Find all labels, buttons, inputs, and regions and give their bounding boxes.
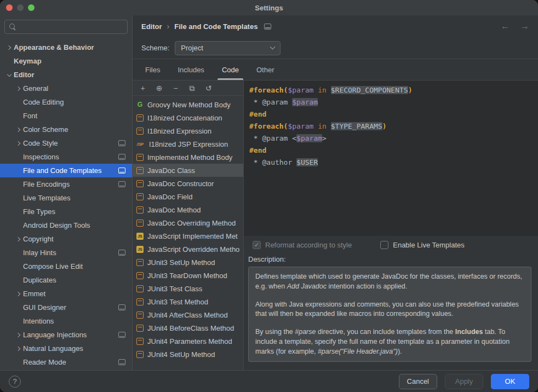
chevron-right-icon[interactable] <box>14 238 23 241</box>
template-item-junit3-setup-method[interactable]: JUnit3 SetUp Method <box>133 256 243 269</box>
help-icon: ? <box>13 377 16 385</box>
description-paragraph: By using the #parse directive, you can i… <box>255 327 524 356</box>
sidebar-item-code-editing[interactable]: Code Editing <box>0 95 132 109</box>
sidebar-item-appearance-behavior[interactable]: Appearance & Behavior <box>0 41 132 54</box>
sidebar-item-compose-live-edit[interactable]: Compose Live Edit <box>0 260 132 273</box>
code-line: * @author $USER <box>249 157 533 169</box>
template-item-junit4-afterclass-method[interactable]: JUnit4 AfterClass Method <box>133 308 243 321</box>
template-file-icon <box>136 154 144 161</box>
live-templates-option[interactable]: Enable Live Templates <box>380 241 465 249</box>
live-templates-checkbox[interactable] <box>380 241 388 249</box>
search-input[interactable] <box>20 23 123 31</box>
chevron-right-icon[interactable] <box>14 333 23 337</box>
chevron-right-icon[interactable] <box>14 347 23 350</box>
template-item-junit4-setup-method[interactable]: JUnit4 SetUp Method <box>133 348 243 361</box>
template-item-javadoc-class[interactable]: JavaDoc Class <box>133 164 243 177</box>
sidebar-item-file-encodings[interactable]: File Encodings <box>0 177 132 191</box>
breadcrumb-editor[interactable]: Editor <box>141 22 162 31</box>
create-from-copy-icon[interactable]: ⊕ <box>155 84 163 92</box>
zoom-window-button[interactable] <box>28 4 35 11</box>
scheme-dropdown[interactable]: Project <box>175 41 281 55</box>
sidebar-item-file-and-code-templates[interactable]: File and Code Templates <box>0 164 132 177</box>
sidebar-item-intentions[interactable]: Intentions <box>0 314 132 328</box>
sidebar-item-keymap[interactable]: Keymap <box>0 54 132 68</box>
chevron-down-icon[interactable] <box>4 74 14 76</box>
template-item-junit4-beforeclass-method[interactable]: JUnit4 BeforeClass Method <box>133 321 243 335</box>
template-item-groovy-new-method-body[interactable]: GGroovy New Method Body <box>133 98 243 111</box>
template-item-label: I18nized Concatenation <box>147 114 222 122</box>
help-button[interactable]: ? <box>9 376 21 388</box>
template-item-label: JavaDoc Field <box>147 193 192 201</box>
template-item-javascript-implemented-met[interactable]: JSJavaScript Implemented Met <box>133 229 243 243</box>
template-item-label: JavaScript Overridden Metho <box>147 245 239 253</box>
sidebar-item-emmet[interactable]: Emmet <box>0 287 132 301</box>
chevron-right-icon[interactable] <box>14 87 23 90</box>
template-item-i18nized-concatenation[interactable]: I18nized Concatenation <box>133 111 243 124</box>
template-toolbar: +⊕−⧉↺ <box>133 80 243 96</box>
template-item-junit3-test-method[interactable]: JUnit3 Test Method <box>133 295 243 308</box>
template-item-javadoc-field[interactable]: JavaDoc Field <box>133 190 243 203</box>
chevron-right-icon[interactable] <box>14 292 23 296</box>
template-item-i18nized-jsp-expression[interactable]: JSPI18nized JSP Expression <box>133 137 243 151</box>
sidebar-item-language-injections[interactable]: Language Injections <box>0 328 132 342</box>
template-item-junit3-teardown-method[interactable]: JUnit3 TearDown Method <box>133 269 243 282</box>
sidebar-item-label: Android Design Tools <box>23 221 132 229</box>
template-item-javadoc-overriding-method[interactable]: JavaDoc Overriding Method <box>133 216 243 229</box>
per-project-settings-icon <box>118 359 125 365</box>
template-item-implemented-method-body[interactable]: Implemented Method Body <box>133 151 243 164</box>
sidebar-item-duplicates[interactable]: Duplicates <box>0 273 132 287</box>
remove-icon[interactable]: − <box>171 84 180 92</box>
template-item-javadoc-method[interactable]: JavaDoc Method <box>133 203 243 216</box>
sidebar-item-label: Natural Languages <box>23 344 132 353</box>
minimize-window-button <box>17 4 24 11</box>
settings-search[interactable] <box>4 20 128 34</box>
tab-files[interactable]: Files <box>138 59 167 80</box>
back-icon[interactable]: ← <box>501 21 510 31</box>
sidebar-item-live-templates[interactable]: Live Templates <box>0 191 132 205</box>
close-window-button[interactable] <box>6 4 13 11</box>
template-file-icon <box>136 351 144 358</box>
duplicate-icon[interactable]: ⧉ <box>188 84 196 92</box>
code-line: * @param <$param> <box>249 132 533 145</box>
chevron-right-icon[interactable] <box>14 142 23 145</box>
sidebar-item-font[interactable]: Font <box>0 109 132 123</box>
sidebar-item-copyright[interactable]: Copyright <box>0 232 132 246</box>
template-editor[interactable]: #foreach($param in $RECORD_COMPONENTS) *… <box>244 80 538 236</box>
cancel-button[interactable]: Cancel <box>399 374 437 389</box>
scheme-value: Project <box>181 44 203 52</box>
code-line: #foreach($param in $RECORD_COMPONENTS) <box>249 84 533 96</box>
template-item-i18nized-expression[interactable]: I18nized Expression <box>133 124 243 137</box>
template-item-javadoc-constructor[interactable]: JavaDoc Constructor <box>133 177 243 190</box>
reset-to-default-icon[interactable]: ↺ <box>204 84 213 92</box>
sidebar-item-general[interactable]: General <box>0 82 132 95</box>
sidebar-item-reader-mode[interactable]: Reader Mode <box>0 355 132 369</box>
sidebar-item-color-scheme[interactable]: Color Scheme <box>0 123 132 136</box>
sidebar-item-gui-designer[interactable]: GUI Designer <box>0 301 132 314</box>
sidebar-item-label: Language Injections <box>23 331 118 339</box>
sidebar-item-inlay-hints[interactable]: Inlay Hints <box>0 246 132 260</box>
sidebar-item-android-design-tools[interactable]: Android Design Tools <box>0 218 132 232</box>
sidebar-item-natural-languages[interactable]: Natural Languages <box>0 342 132 355</box>
sidebar-item-file-types[interactable]: File Types <box>0 205 132 218</box>
tab-other[interactable]: Other <box>249 59 282 80</box>
add-icon[interactable]: + <box>139 84 147 92</box>
sidebar-item-label: Keymap <box>14 57 132 65</box>
tab-code[interactable]: Code <box>215 59 246 80</box>
template-item-javascript-overridden-metho[interactable]: JSJavaScript Overridden Metho <box>133 243 243 256</box>
chevron-right-icon[interactable] <box>4 46 14 49</box>
ok-button[interactable]: OK <box>491 374 529 389</box>
sidebar-item-inspections[interactable]: Inspections <box>0 150 132 164</box>
per-project-settings-icon <box>118 140 125 146</box>
template-item-label: I18nized JSP Expression <box>149 140 228 148</box>
sidebar-item-label: Intentions <box>23 317 132 325</box>
sidebar-item-code-style[interactable]: Code Style <box>0 136 132 150</box>
breadcrumb-file-and-code-templates: File and Code Templates <box>174 22 257 31</box>
template-item-junit3-test-class[interactable]: JUnit3 Test Class <box>133 282 243 295</box>
sidebar-item-editor[interactable]: Editor <box>0 68 132 82</box>
tab-includes[interactable]: Includes <box>170 59 211 80</box>
chevron-right-icon[interactable] <box>14 128 23 131</box>
template-item-junit4-parameters-method[interactable]: JUnit4 Parameters Method <box>133 335 243 348</box>
forward-icon[interactable]: → <box>520 21 529 31</box>
template-detail-panel: #foreach($param in $RECORD_COMPONENTS) *… <box>244 80 538 370</box>
sidebar-item-label: Emmet <box>23 290 132 298</box>
